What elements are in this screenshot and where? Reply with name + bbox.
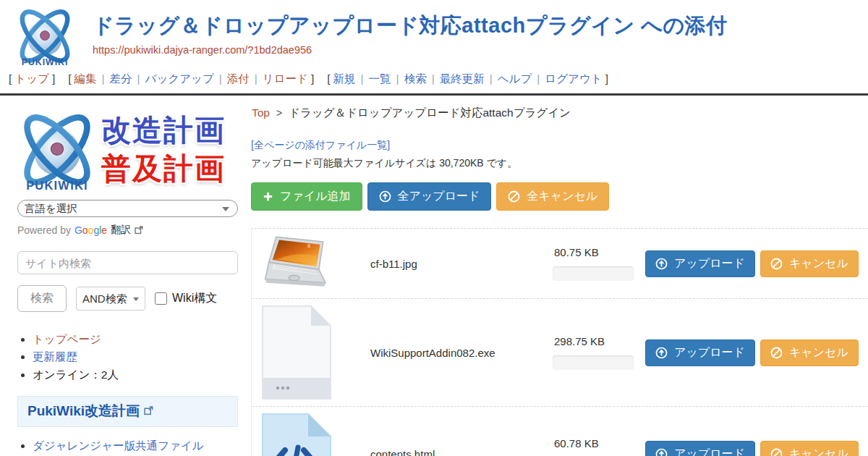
cancel-button[interactable]: キャンセル bbox=[760, 250, 859, 277]
pukiwiki-atom-icon: PUKIWIKI bbox=[13, 106, 101, 194]
file-size: 80.75 KB bbox=[554, 246, 634, 258]
nav-bar: [トップ][編集|差分|バックアップ|添付|リロード][新規|一覧|検索|最終更… bbox=[0, 69, 868, 96]
ban-icon bbox=[508, 190, 520, 203]
sidebar-section-heading[interactable]: PukiWiki改造計画 bbox=[17, 396, 238, 427]
quick-link[interactable]: 更新履歴 bbox=[33, 350, 77, 363]
google-logo: Google bbox=[75, 224, 107, 236]
upload-progress-bar bbox=[553, 355, 634, 370]
search-button[interactable]: 検索 bbox=[17, 285, 67, 312]
page-url-link[interactable]: https://pukiwiki.dajya-ranger.com/?1bd2d… bbox=[93, 44, 868, 56]
language-select-wrap: 言語を選択 bbox=[17, 200, 238, 217]
online-count: オンライン：2人 bbox=[33, 368, 119, 381]
nav-link[interactable]: 差分 bbox=[110, 72, 132, 85]
banner-line-fukyuu: 普及計画 bbox=[101, 150, 226, 188]
file-row: 8 contents.html bbox=[252, 407, 868, 456]
search-mode-select[interactable]: AND検索 bbox=[76, 287, 145, 311]
sidebar: PUKIWIKI 改造計画 普及計画 言語を選択 Powered by Goog… bbox=[0, 96, 250, 456]
nav-link[interactable]: バックアップ bbox=[145, 72, 214, 85]
external-link-icon bbox=[144, 406, 153, 415]
quick-link[interactable]: トップページ bbox=[33, 333, 101, 345]
sidebar-links-list: ダジャレンジャー版共通ファイルPukiWiki本体改造PukiWikiテキスト表… bbox=[17, 438, 238, 456]
site-header: PUKIWIKI ドラッグ＆ドロップアップロード対応attachプラグイン への… bbox=[0, 0, 868, 69]
file-size: 60.78 KB bbox=[554, 437, 634, 449]
nav-link[interactable]: リロード bbox=[263, 72, 308, 85]
upload-all-button[interactable]: 全アップロード bbox=[367, 182, 492, 211]
upload-circle-icon bbox=[655, 258, 668, 270]
search-input[interactable] bbox=[17, 251, 238, 274]
upload-circle-icon bbox=[655, 347, 668, 359]
banner-line-kaizou: 改造計画 bbox=[101, 111, 226, 150]
upload-progress-bar bbox=[553, 266, 634, 281]
add-files-label: ファイル追加 bbox=[280, 189, 351, 204]
upload-circle-icon bbox=[655, 448, 668, 456]
upload-all-label: 全アップロード bbox=[398, 189, 480, 204]
banner-text: 改造計画 普及計画 bbox=[101, 111, 226, 189]
ban-icon bbox=[770, 258, 783, 270]
svg-text:PUKIWIKI: PUKIWIKI bbox=[26, 179, 88, 192]
nav-link[interactable]: トップ bbox=[14, 72, 49, 85]
file-name: WikiSupportAddin082.exe bbox=[370, 347, 553, 359]
external-link-icon bbox=[135, 226, 143, 235]
html-file-icon bbox=[260, 413, 333, 456]
main-content: Top>ドラッグ＆ドロップアップロード対応attachプラグイン [全ページの添… bbox=[250, 96, 868, 456]
nav-link[interactable]: 添付 bbox=[227, 72, 250, 85]
all-attachments-link[interactable]: [全ページの添付ファイル一覧] bbox=[251, 139, 390, 152]
breadcrumb: Top>ドラッグ＆ドロップアップロード対応attachプラグイン bbox=[252, 106, 868, 121]
laptop-thumbnail: 8 bbox=[260, 235, 333, 292]
upload-button-label: アップロード bbox=[674, 447, 745, 456]
upload-toolbar: ファイル追加 全アップロード 全キャンセル bbox=[251, 182, 868, 211]
cancel-button-label: キャンセル bbox=[789, 447, 848, 456]
cancel-button-label: キャンセル bbox=[789, 345, 848, 360]
upload-circle-icon bbox=[379, 190, 391, 203]
upload-button[interactable]: アップロード bbox=[645, 441, 755, 456]
svg-text:PUKIWIKI: PUKIWIKI bbox=[22, 57, 69, 67]
nav-link[interactable]: 検索 bbox=[404, 72, 427, 85]
upload-button[interactable]: アップロード bbox=[645, 339, 755, 366]
powered-by-label: Powered by bbox=[17, 224, 71, 236]
upload-button-label: アップロード bbox=[674, 345, 745, 360]
file-size: 298.75 KB bbox=[554, 335, 634, 347]
sidebar-link[interactable]: ダジャレンジャー版共通ファイル bbox=[33, 439, 204, 452]
breadcrumb-home-link[interactable]: Top bbox=[252, 106, 270, 119]
upload-button[interactable]: アップロード bbox=[645, 250, 755, 277]
svg-text:8: 8 bbox=[307, 242, 310, 249]
file-row: 8 WikiSupportAdd bbox=[252, 299, 868, 407]
breadcrumb-current: ドラッグ＆ドロップアップロード対応attachプラグイン bbox=[289, 106, 571, 119]
translate-link[interactable]: 翻訳 bbox=[111, 224, 131, 237]
cancel-button[interactable]: キャンセル bbox=[760, 339, 859, 366]
plus-icon bbox=[263, 191, 273, 202]
wiki-syntax-checkbox[interactable] bbox=[155, 292, 167, 305]
nav-link[interactable]: ログアウト bbox=[545, 72, 602, 85]
breadcrumb-separator: > bbox=[276, 107, 282, 119]
cancel-all-label: 全キャンセル bbox=[527, 189, 597, 204]
pukiwiki-logo-icon[interactable]: PUKIWIKI bbox=[12, 3, 78, 69]
upload-file-list: 8 cf-b11.jpg bbox=[251, 228, 868, 456]
search-mode-wrap: AND検索 bbox=[76, 287, 145, 311]
add-files-button[interactable]: ファイル追加 bbox=[251, 182, 362, 211]
nav-link[interactable]: 一覧 bbox=[369, 72, 391, 85]
page-title: ドラッグ＆ドロップアップロード対応attachプラグイン への添付 bbox=[93, 14, 868, 38]
wiki-syntax-label: Wiki構文 bbox=[172, 291, 217, 306]
language-select[interactable]: 言語を選択 bbox=[17, 200, 238, 217]
nav-link[interactable]: 新規 bbox=[333, 72, 356, 85]
nav-link[interactable]: ヘルプ bbox=[498, 72, 532, 85]
file-name: cf-b11.jpg bbox=[370, 258, 553, 270]
max-size-notice: アップロード可能最大ファイルサイズは 30,720KB です。 bbox=[251, 157, 868, 170]
nav-link[interactable]: 編集 bbox=[75, 72, 97, 85]
upload-button-label: アップロード bbox=[674, 256, 745, 271]
powered-by-google: Powered by Google 翻訳 bbox=[17, 224, 238, 237]
ban-icon bbox=[770, 448, 783, 456]
file-row: 8 cf-b11.jpg bbox=[252, 229, 868, 299]
sidebar-banner[interactable]: PUKIWIKI 改造計画 普及計画 bbox=[13, 106, 238, 194]
ban-icon bbox=[770, 347, 783, 359]
quick-links-list: トップページ更新履歴オンライン：2人 bbox=[17, 331, 238, 383]
file-name: contents.html bbox=[370, 448, 553, 456]
section-heading-label: PukiWiki改造計画 bbox=[27, 402, 140, 421]
generic-file-icon bbox=[260, 305, 333, 400]
nav-link[interactable]: 最終更新 bbox=[440, 72, 485, 85]
cancel-all-button[interactable]: 全キャンセル bbox=[496, 182, 609, 211]
cancel-button[interactable]: キャンセル bbox=[760, 441, 859, 456]
wiki-syntax-option: Wiki構文 bbox=[155, 291, 217, 306]
cancel-button-label: キャンセル bbox=[789, 256, 848, 271]
